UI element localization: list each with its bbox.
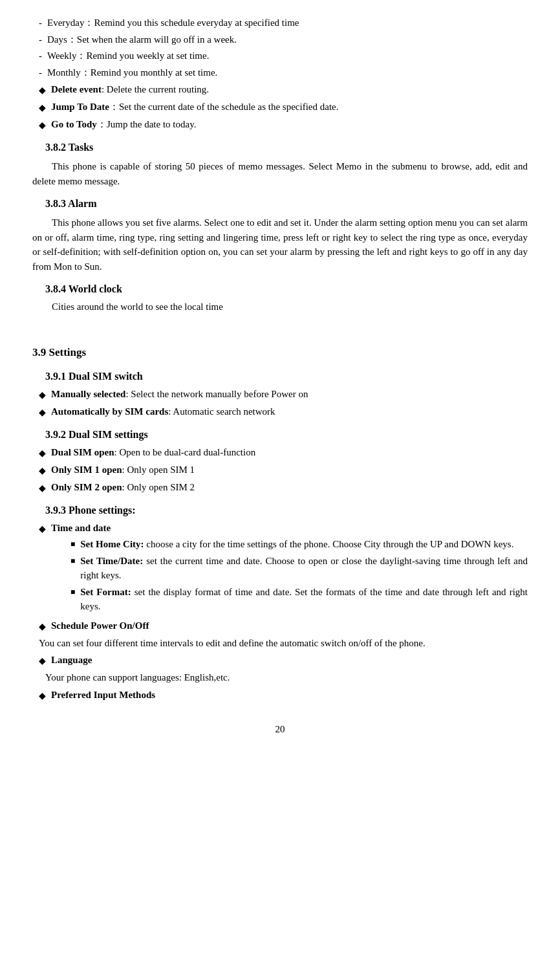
bullet-text: Time and date ■ Set Home City: choose a … bbox=[51, 521, 528, 616]
list-item: ◆ Jump To Date：Set the current date of t… bbox=[32, 100, 528, 115]
list-item: ◆ Go to Tody：Jump the date to today. bbox=[32, 117, 528, 132]
diamond-icon: ◆ bbox=[39, 83, 46, 97]
list-item-preferred-input: ◆ Preferred Input Methods bbox=[32, 688, 528, 703]
list-item-language: ◆ Language bbox=[32, 653, 528, 668]
bold-text: Delete event bbox=[51, 84, 102, 94]
diamond-list-top: ◆ Delete event: Delete the current routi… bbox=[32, 82, 528, 132]
square-bullet-icon: ■ bbox=[70, 538, 75, 550]
bold-text: Schedule Power On/Off bbox=[51, 620, 149, 631]
bold-text: Language bbox=[51, 655, 92, 665]
list-item: ◆ Only SIM 2 open: Only open SIM 2 bbox=[32, 480, 528, 495]
language-list: ◆ Language bbox=[32, 653, 528, 668]
diamond-icon: ◆ bbox=[39, 481, 46, 495]
bullet-text: Language bbox=[51, 653, 528, 668]
rest-text: : Select the network manually before Pow… bbox=[125, 389, 308, 399]
bullet-text: Dual SIM open: Open to be dual-card dual… bbox=[51, 445, 528, 460]
diamond-icon: ◆ bbox=[39, 620, 46, 633]
list-item: ◆ Automatically by SIM cards: Automatic … bbox=[32, 404, 528, 419]
list-item: ◆ Delete event: Delete the current routi… bbox=[32, 82, 528, 97]
diamond-icon: ◆ bbox=[39, 654, 46, 668]
bold-text: Go to Tody bbox=[51, 119, 97, 129]
dash-icon: - bbox=[39, 16, 42, 30]
diamond-icon: ◆ bbox=[39, 388, 46, 402]
dash-item-everyday: - Everyday：Remind you this schedule ever… bbox=[32, 16, 528, 30]
bold-text: Preferred Input Methods bbox=[51, 690, 155, 700]
bold-text: Manually selected bbox=[51, 389, 125, 399]
rest-text: ：Set the current date of the schedule as… bbox=[109, 102, 338, 112]
time-date-list: ◆ Time and date ■ Set Home City: choose … bbox=[32, 521, 528, 616]
preferred-input-list: ◆ Preferred Input Methods bbox=[32, 688, 528, 703]
bullet-text: Manually selected: Select the network ma… bbox=[51, 387, 528, 402]
dash-item-monthly: - Monthly：Remind you monthly at set time… bbox=[32, 65, 528, 80]
schedule-power-list: ◆ Schedule Power On/Off bbox=[32, 618, 528, 633]
dash-icon: - bbox=[39, 49, 42, 63]
rest-text: set the display format of time and date.… bbox=[80, 587, 528, 612]
bold-text: Set Home City: bbox=[80, 539, 144, 549]
rest-text: : Automatic search network bbox=[168, 406, 275, 417]
section-383-paragraph: This phone allows you set five alarms. S… bbox=[32, 215, 528, 274]
sub-list-item: ■ Set Time/Date: set the current time an… bbox=[64, 554, 528, 583]
section-392-list: ◆ Dual SIM open: Open to be dual-card du… bbox=[32, 445, 528, 495]
bullet-text: Only SIM 2 open: Only open SIM 2 bbox=[51, 480, 528, 495]
list-item-time-date: ◆ Time and date ■ Set Home City: choose … bbox=[32, 521, 528, 616]
diamond-icon: ◆ bbox=[39, 101, 46, 115]
section-382-paragraph: This phone is capable of storing 50 piec… bbox=[32, 159, 528, 188]
dash-item-text: Monthly：Remind you monthly at set time. bbox=[47, 65, 528, 80]
bold-text: Only SIM 1 open bbox=[51, 465, 122, 475]
bullet-text: Preferred Input Methods bbox=[51, 688, 528, 703]
bold-text: Automatically by SIM cards bbox=[51, 406, 168, 417]
section-392-heading: 3.9.2 Dual SIM settings bbox=[45, 427, 528, 443]
bold-text: Set Time/Date: bbox=[80, 556, 143, 566]
diamond-icon: ◆ bbox=[39, 118, 46, 132]
dash-item-days: - Days：Set when the alarm will go off in… bbox=[32, 32, 528, 47]
rest-text: : Delete the current routing. bbox=[102, 84, 209, 94]
rest-text: : Only open SIM 1 bbox=[122, 465, 195, 475]
sub-list-item: ■ Set Format: set the display format of … bbox=[64, 585, 528, 614]
bullet-text: Delete event: Delete the current routing… bbox=[51, 82, 528, 97]
list-item: ◆ Manually selected: Select the network … bbox=[32, 387, 528, 402]
rest-text: set the current time and date. Choose to… bbox=[80, 556, 528, 581]
bold-text: Set Format: bbox=[80, 587, 131, 597]
rest-text: choose a city for the time settings of t… bbox=[144, 539, 514, 549]
dash-item-text: Everyday：Remind you this schedule everyd… bbox=[47, 16, 528, 30]
section-391-list: ◆ Manually selected: Select the network … bbox=[32, 387, 528, 419]
diamond-icon: ◆ bbox=[39, 406, 46, 419]
bullet-text: Schedule Power On/Off bbox=[51, 618, 528, 633]
rest-text: : Open to be dual-card dual-function bbox=[114, 447, 256, 457]
section-39-heading: 3.9 Settings bbox=[32, 344, 528, 361]
list-item-schedule: ◆ Schedule Power On/Off bbox=[32, 618, 528, 633]
page-content: - Everyday：Remind you this schedule ever… bbox=[32, 16, 528, 736]
section-39: 3.9 Settings 3.9.1 Dual SIM switch ◆ Man… bbox=[32, 344, 528, 703]
section-391-heading: 3.9.1 Dual SIM switch bbox=[45, 369, 528, 384]
dash-item-weekly: - Weekly：Remind you weekly at set time. bbox=[32, 49, 528, 63]
time-date-sub-list: ■ Set Home City: choose a city for the t… bbox=[51, 537, 528, 614]
bullet-text: Only SIM 1 open: Only open SIM 1 bbox=[51, 463, 528, 477]
section-382-heading: 3.8.2 Tasks bbox=[45, 140, 528, 155]
square-bullet-icon: ■ bbox=[70, 586, 75, 598]
dash-icon: - bbox=[39, 32, 42, 47]
sub-bullet-text: Set Time/Date: set the current time and … bbox=[80, 554, 528, 583]
dash-item-text: Weekly：Remind you weekly at set time. bbox=[47, 49, 528, 63]
diamond-icon: ◆ bbox=[39, 464, 46, 477]
dash-list: - Everyday：Remind you this schedule ever… bbox=[32, 16, 528, 80]
diamond-icon: ◆ bbox=[39, 522, 46, 536]
square-bullet-icon: ■ bbox=[70, 555, 75, 567]
bullet-text: Jump To Date：Set the current date of the… bbox=[51, 100, 528, 115]
section-393-heading: 3.9.3 Phone settings: bbox=[45, 503, 528, 518]
section-384-paragraph: Cities around the world to see the local… bbox=[32, 300, 528, 314]
section-384-heading: 3.8.4 World clock bbox=[45, 281, 528, 297]
bullet-text: Go to Tody：Jump the date to today. bbox=[51, 117, 528, 132]
schedule-power-paragraph: You can set four different time interval… bbox=[32, 636, 528, 651]
dash-icon: - bbox=[39, 65, 42, 80]
dash-item-text: Days：Set when the alarm will go off in a… bbox=[47, 32, 528, 47]
diamond-icon: ◆ bbox=[39, 446, 46, 460]
bold-text: Jump To Date bbox=[51, 102, 109, 112]
section-383-heading: 3.8.3 Alarm bbox=[45, 196, 528, 212]
sub-list-item: ■ Set Home City: choose a city for the t… bbox=[64, 537, 528, 552]
language-paragraph: Your phone can support languages: Englis… bbox=[32, 670, 528, 685]
rest-text: : Only open SIM 2 bbox=[122, 482, 195, 492]
bullet-text: Automatically by SIM cards: Automatic se… bbox=[51, 404, 528, 419]
sub-bullet-text: Set Format: set the display format of ti… bbox=[80, 585, 528, 614]
bold-text: Time and date bbox=[51, 523, 111, 533]
bold-text: Dual SIM open bbox=[51, 447, 114, 457]
